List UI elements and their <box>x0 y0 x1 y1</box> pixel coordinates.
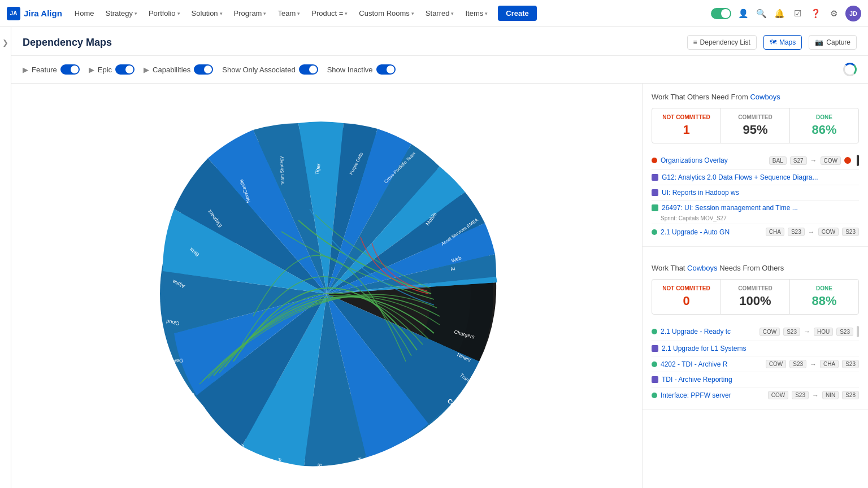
search-icon[interactable]: 🔍 <box>755 7 767 20</box>
section1-stats: NOT COMMITTED 1 COMMITTED 95% DONE 86% <box>652 108 859 143</box>
page-title: Dependency Maps <box>23 37 112 49</box>
panel-section-2-title: Work That Cowboys Needs From Others <box>652 256 859 272</box>
nav-starred[interactable]: Starred▾ <box>421 7 459 20</box>
label-bush: Bush <box>203 420 216 431</box>
nav-home[interactable]: Home <box>70 7 99 20</box>
top-navigation: JA Jira Align Home Strategy▾ Portfolio▾ … <box>0 0 868 27</box>
epic-toggle[interactable] <box>115 64 134 75</box>
dep-item-g12: G12: Analytics 2.0 Data Flows + Sequence… <box>652 170 859 185</box>
settings-icon[interactable]: ⚙ <box>827 7 840 20</box>
dep-item-tdi-archive: 4202 - TDI - Archive R COW S23 → CHA S23 <box>652 356 859 372</box>
logo[interactable]: JA Jira Align <box>7 7 62 20</box>
dep-item-upgrade-l1: 2.1 Upgrade for L1 Systems <box>652 341 859 356</box>
scrollbar-thumb <box>857 326 859 337</box>
logo-icon: JA <box>7 7 20 20</box>
maps-button[interactable]: 🗺 Maps <box>763 35 802 50</box>
dep-name[interactable]: Interface: PPFW server <box>661 391 765 399</box>
panel-cowboys-link-2[interactable]: Cowboys <box>687 264 717 272</box>
to-sprint: S23 <box>842 360 859 368</box>
panel-section-1-title: Work That Others Need From Cowboys <box>652 93 859 101</box>
dep-name[interactable]: 2.1 Upgrade - Ready tc <box>661 328 756 336</box>
nav-icon-group: 👤 🔍 🔔 ☑ ❓ ⚙ JD <box>711 6 861 21</box>
dep-epic-icon <box>652 189 658 196</box>
sidebar-toggle[interactable]: ❯ <box>0 27 11 488</box>
arrow-icon: → <box>808 228 815 236</box>
feature-toggle[interactable] <box>60 64 80 75</box>
nav-team[interactable]: Team▾ <box>273 7 305 20</box>
arrow-icon: → <box>810 360 817 368</box>
capture-button[interactable]: 📷 Capture <box>809 35 857 50</box>
filter-epic: ▶ Epic <box>89 64 134 75</box>
page-content: Dependency Maps ≡ Dependency List 🗺 Maps… <box>11 27 868 488</box>
panel-section-others-need: Work That Others Need From Cowboys NOT C… <box>643 84 868 247</box>
dep-name[interactable]: 2.1 Upgrade for L1 Systems <box>662 345 859 352</box>
stat-committed-2: COMMITTED 100% <box>721 280 790 314</box>
to-tag: CHA <box>820 360 839 368</box>
chord-diagram[interactable]: AI Web Asset Services EMEA Mobile Charge… <box>151 119 502 469</box>
arrow-icon: → <box>812 391 819 399</box>
show-associated-toggle[interactable] <box>299 64 318 75</box>
from-tag: COW <box>768 391 788 399</box>
user-circle-icon[interactable]: 👤 <box>737 7 749 20</box>
to-tag: HOU <box>814 328 833 336</box>
dep-item-upgrade-ready: 2.1 Upgrade - Ready tc COW S23 → HOU S23 <box>652 323 859 341</box>
dep-status-dot <box>652 393 657 398</box>
dep-name[interactable]: TDI - Archive Reporting <box>662 376 859 384</box>
to-sprint: S28 <box>842 391 859 399</box>
from-sprint: S23 <box>792 391 809 399</box>
dependency-list-button[interactable]: ≡ Dependency List <box>687 35 757 50</box>
dep-name[interactable]: Organizations Overlay <box>661 156 766 164</box>
checkbox-icon[interactable]: ☑ <box>791 7 804 20</box>
dep-epic-icon <box>652 174 658 181</box>
nav-strategy[interactable]: Strategy▾ <box>101 7 141 20</box>
capture-icon: 📷 <box>815 38 823 46</box>
nav-portfolio[interactable]: Portfolio▾ <box>144 7 185 20</box>
create-button[interactable]: Create <box>498 6 536 21</box>
show-inactive-toggle[interactable] <box>376 64 396 75</box>
bell-icon[interactable]: 🔔 <box>773 7 785 20</box>
label-washington: Washington <box>425 424 442 450</box>
page-actions: ≡ Dependency List 🗺 Maps 📷 Capture <box>687 35 857 50</box>
map-icon: 🗺 <box>770 38 776 46</box>
to-sprint: S23 <box>836 328 853 336</box>
from-sprint: S23 <box>788 228 805 236</box>
to-tag: COW <box>818 228 839 236</box>
dep-item-upgrade-auto: 2.1 Upgrade - Auto GN CHA S23 → COW S23 <box>652 224 859 239</box>
label-baltimore: Baltimore <box>393 445 404 467</box>
label-purple-loops: Purple Loops <box>224 443 245 467</box>
dep-name[interactable]: 4202 - TDI - Archive R <box>661 360 762 368</box>
nav-product[interactable]: Product =▾ <box>307 7 352 20</box>
filter-feature: ▶ Feature <box>23 64 80 75</box>
nav-custom-rooms[interactable]: Custom Rooms▾ <box>354 7 419 20</box>
dep-name[interactable]: 2.1 Upgrade - Auto GN <box>661 228 762 236</box>
from-sprint: S27 <box>790 156 807 165</box>
from-tag: COW <box>766 360 786 368</box>
right-panel: Work That Others Need From Cowboys NOT C… <box>642 84 868 488</box>
drag-handle[interactable] <box>857 155 859 166</box>
filters-bar: ▶ Feature ▶ Epic ▶ Capabilities <box>11 56 868 84</box>
panel-cowboys-link-1[interactable]: Cowboys <box>750 93 780 101</box>
nav-solution[interactable]: Solution▾ <box>187 7 227 20</box>
label-dallas: Dallas <box>168 358 183 365</box>
label-grateful-dave: Grateful Dave <box>167 391 196 407</box>
page-header: Dependency Maps ≡ Dependency List 🗺 Maps… <box>11 27 868 56</box>
avatar[interactable]: JD <box>845 6 861 21</box>
nav-toggle[interactable] <box>711 8 731 19</box>
help-icon[interactable]: ❓ <box>809 7 822 20</box>
stat-not-committed-1: NOT COMMITTED 1 <box>652 108 721 143</box>
brand-name: Jira Align <box>24 8 62 18</box>
nav-program[interactable]: Program▾ <box>229 7 271 20</box>
dep-name[interactable]: G12: Analytics 2.0 Data Flows + Sequence… <box>662 173 859 181</box>
dep-item-ui-reports: UI: Reports in Hadoop ws <box>652 185 859 201</box>
section2-stats: NOT COMMITTED 0 COMMITTED 100% DONE 88% <box>652 279 859 315</box>
nav-items[interactable]: Items▾ <box>461 7 492 20</box>
diagram-panel: AI Web Asset Services EMEA Mobile Charge… <box>11 84 868 488</box>
dep-story-icon <box>652 204 658 211</box>
main-container: ❯ Dependency Maps ≡ Dependency List 🗺 Ma… <box>0 27 868 488</box>
diagram-area[interactable]: AI Web Asset Services EMEA Mobile Charge… <box>11 84 642 488</box>
dep-name[interactable]: 26497: UI: Session management and Time .… <box>662 204 859 212</box>
stat-done-2: DONE 88% <box>790 280 858 314</box>
label-houston: Houston <box>357 457 363 469</box>
dep-name[interactable]: UI: Reports in Hadoop ws <box>662 189 859 197</box>
capabilities-toggle[interactable] <box>194 64 213 75</box>
